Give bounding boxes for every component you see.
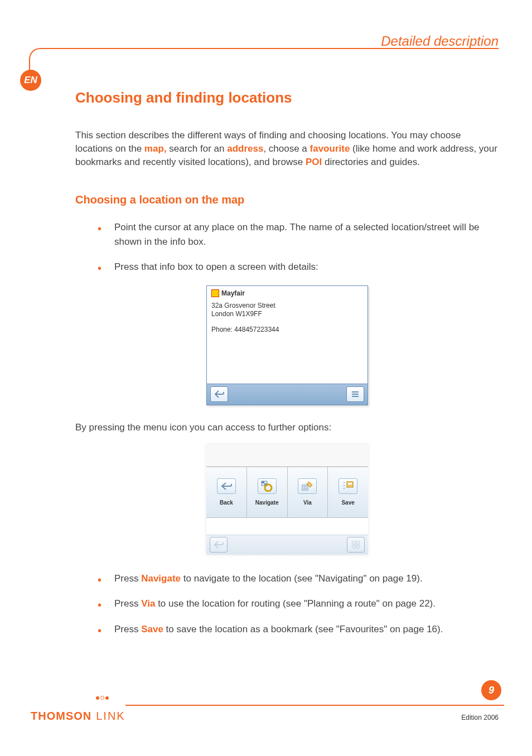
svg-rect-5: [302, 485, 308, 490]
language-badge: EN: [20, 70, 41, 91]
svg-rect-12: [352, 545, 355, 548]
bullet-bold: Via: [141, 598, 155, 609]
bullet-text: Press: [114, 573, 141, 584]
option-navigate[interactable]: Navigate: [247, 467, 288, 517]
edition-label: Edition 2006: [461, 714, 499, 721]
bullet-text: Press: [114, 598, 141, 609]
intro-text: directories and guides.: [322, 157, 420, 167]
back-button[interactable]: [210, 386, 228, 402]
intro-bold-map: map,: [144, 143, 167, 154]
list-item: Press Via to use the location for routin…: [98, 597, 499, 611]
intro-text: , choose a: [263, 143, 309, 154]
arrow-left-icon: [214, 390, 224, 399]
info-toolbar: [207, 384, 367, 405]
page-number-badge: 9: [481, 680, 501, 700]
option-label: Back: [220, 500, 233, 506]
info-address: 32a Grosvenor Street London W1X9FF: [211, 302, 363, 319]
subheading: Choosing a location on the map: [75, 193, 499, 206]
svg-rect-10: [352, 541, 355, 544]
flag-target-icon: [258, 478, 277, 494]
svg-rect-13: [356, 545, 359, 548]
option-save[interactable]: Save: [328, 467, 368, 517]
top-rule: [40, 48, 499, 49]
section-header: Detailed description: [381, 33, 499, 49]
bullet-text: Press: [114, 624, 141, 634]
option-label: Via: [303, 500, 312, 506]
footer-rule: [125, 705, 504, 706]
menu-button[interactable]: [346, 386, 364, 402]
intro-bold-address: address: [227, 143, 263, 154]
bullet-text: to navigate to the location (see "Naviga…: [181, 573, 423, 584]
svg-point-4: [265, 484, 272, 491]
options-screenshot: Back Navigate Via Save: [206, 444, 368, 555]
info-address-line1: 32a Grosvenor Street: [211, 302, 363, 311]
caption-text: By pressing the menu icon you can access…: [75, 422, 499, 433]
list-item: Press Save to save the location as a boo…: [98, 622, 499, 637]
info-title: Mayfair: [221, 289, 245, 297]
bullet-bold: Navigate: [141, 573, 181, 584]
menu-icon: [351, 390, 360, 398]
brand-logo: THOMSON LINK: [31, 706, 125, 723]
info-title-row: Mayfair: [211, 289, 363, 297]
info-box-body: Mayfair 32a Grosvenor Street London W1X9…: [207, 286, 367, 384]
arrow-left-icon: [214, 540, 224, 549]
list-item: Press Navigate to navigate to the locati…: [98, 571, 499, 586]
page-content: Choosing and finding locations This sect…: [75, 89, 499, 647]
brand-dots-icon: [96, 696, 127, 700]
bullet-list-2: Press Navigate to navigate to the locati…: [75, 571, 499, 637]
option-label: Navigate: [255, 500, 279, 506]
list-item: Point the cursor at any place on the map…: [98, 220, 499, 249]
bullet-text: to use the location for routing (see "Pl…: [155, 598, 436, 609]
back-button-disabled: [210, 537, 228, 553]
svg-rect-9: [348, 483, 352, 484]
mail-icon: [211, 289, 219, 297]
grid-button-disabled: [347, 537, 365, 553]
intro-text: search for an: [167, 143, 228, 154]
info-box-screenshot: Mayfair 32a Grosvenor Street London W1X9…: [206, 285, 368, 405]
list-item: Press that info box to open a screen wit…: [98, 260, 499, 274]
intro-bold-favourite: favourite: [310, 143, 350, 154]
page-title: Choosing and finding locations: [75, 89, 499, 106]
info-phone: Phone: 448457223344: [211, 326, 363, 333]
svg-rect-11: [356, 541, 359, 544]
brand-thomson: THOMSON: [31, 710, 91, 723]
option-label: Save: [341, 500, 354, 506]
info-address-line2: London W1X9FF: [211, 310, 363, 319]
options-gap: [206, 518, 368, 535]
route-edit-icon: [298, 478, 317, 494]
intro-bold-poi: POI: [306, 157, 322, 167]
intro-paragraph: This section describes the different way…: [75, 129, 499, 168]
bookmark-save-icon: [338, 478, 357, 494]
bullet-list-1: Point the cursor at any place on the map…: [75, 220, 499, 274]
grid-icon: [352, 541, 360, 549]
options-grid: Back Navigate Via Save: [206, 467, 368, 518]
options-toolbar: [206, 535, 368, 555]
arrow-left-icon: [217, 478, 236, 494]
option-via[interactable]: Via: [288, 467, 328, 517]
bullet-text: to save the location as a bookmark (see …: [163, 624, 443, 634]
options-header: [206, 444, 368, 467]
bullet-bold: Save: [141, 624, 163, 634]
option-back[interactable]: Back: [206, 467, 247, 517]
brand-link: LINK: [96, 710, 125, 722]
